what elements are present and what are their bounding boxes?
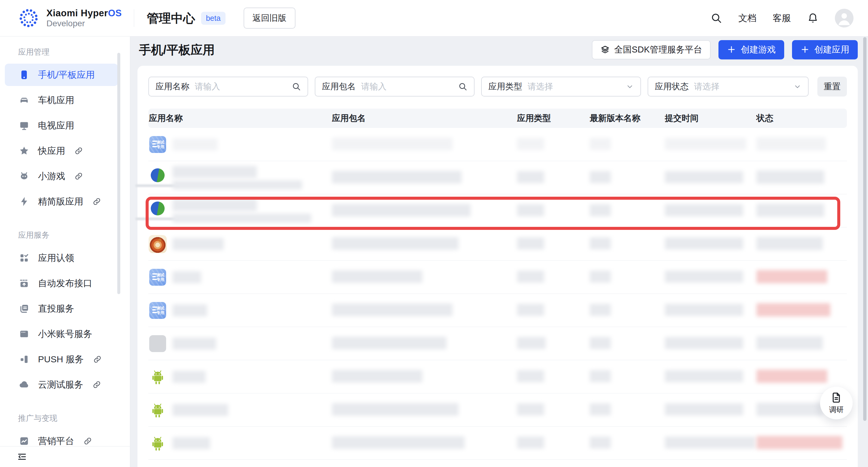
sidebar-item-label: 直投服务	[38, 302, 74, 315]
page-title: 手机/平板应用	[139, 41, 215, 58]
redacted-submit-time	[665, 171, 743, 183]
table-row[interactable]: 测试专用	[148, 294, 847, 327]
table-row[interactable]	[148, 161, 847, 194]
app-name-search-field[interactable]: 应用名称 请输入	[148, 77, 308, 96]
app-icon-food-bowl	[149, 235, 167, 253]
app-type-select[interactable]: 应用类型 请选择	[481, 77, 641, 96]
redacted-status	[756, 204, 824, 217]
sidebar-item-label: 云测试服务	[38, 379, 83, 391]
chevron-down-icon	[626, 83, 634, 90]
external-link-icon	[93, 355, 101, 363]
redacted-version	[590, 204, 611, 216]
external-link-icon	[93, 381, 101, 388]
table-row[interactable]	[148, 427, 847, 460]
notification-bell-icon[interactable]	[807, 12, 818, 24]
sidebar-item-cloud-test-service[interactable]: 云测试服务	[0, 372, 130, 397]
create-app-button[interactable]: 创建应用	[792, 40, 858, 59]
sidebar-item-direct-delivery[interactable]: 直投服务	[0, 296, 130, 321]
reset-button[interactable]: 重置	[817, 77, 847, 96]
redacted-app-name	[173, 166, 257, 178]
redacted-version	[590, 437, 611, 448]
sidebar-item-lite-apps[interactable]: 精简版应用	[0, 189, 130, 214]
brand-name: Xiaomi HyperOS	[46, 8, 122, 19]
external-link-icon	[84, 437, 92, 445]
chevron-down-icon	[794, 83, 801, 90]
app-icon-globe	[151, 202, 165, 215]
console-title: 管理中心	[147, 10, 195, 27]
sidebar-item-mini-games[interactable]: 小游戏	[0, 164, 130, 189]
back-to-old-version-button[interactable]: 返回旧版	[244, 7, 296, 29]
tv-icon	[19, 120, 30, 131]
redacted-status	[756, 403, 823, 416]
sidebar-item-label: 应用认领	[38, 252, 74, 264]
table-row[interactable]: 测试专用	[148, 261, 847, 294]
redacted-version	[590, 370, 611, 382]
sidebar-item-app-claim[interactable]: 应用认领	[0, 245, 130, 271]
survey-fab-button[interactable]: 调研	[820, 387, 852, 419]
table-row[interactable]	[148, 327, 847, 360]
nav-docs[interactable]: 文档	[738, 12, 756, 24]
redacted-app-name	[173, 371, 206, 383]
redacted-submit-time	[665, 204, 743, 216]
user-avatar[interactable]	[835, 9, 854, 27]
collapse-sidebar-icon[interactable]	[17, 451, 27, 462]
layers-icon	[600, 45, 610, 55]
table-row[interactable]	[148, 194, 847, 228]
columns-icon	[19, 354, 30, 365]
redacted-type	[517, 204, 544, 216]
redacted-status	[756, 270, 827, 283]
sidebar-item-push-service[interactable]: PUSH 服务	[0, 347, 130, 372]
table-body: 测试专用	[148, 128, 847, 460]
create-game-button[interactable]: 创建游戏	[718, 40, 784, 59]
sidebar-item-phone-tablet-apps[interactable]: 手机/平板应用	[0, 62, 130, 87]
sidebar-item-label: 电视应用	[38, 119, 74, 132]
sidebar-item-tv-apps[interactable]: 电视应用	[0, 113, 130, 138]
chart-icon	[19, 436, 30, 446]
account-card-icon	[19, 328, 30, 340]
search-icon[interactable]	[292, 82, 301, 91]
app-package-search-field[interactable]: 应用包名 请输入	[315, 77, 474, 96]
brand-logo[interactable]: Xiaomi HyperOS Developer	[17, 6, 122, 30]
field-placeholder: 请输入	[361, 81, 386, 92]
sidebar-item-quick-apps[interactable]: 快应用	[0, 138, 130, 164]
app-status-select[interactable]: 应用状态 请选择	[648, 77, 809, 96]
redacted-package	[332, 337, 446, 349]
table-row[interactable]	[148, 360, 847, 393]
app-icon-android	[149, 368, 166, 385]
table-row[interactable]	[148, 393, 847, 427]
sidebar-item-label: 营销平台	[38, 435, 74, 447]
search-icon[interactable]	[711, 12, 722, 24]
table-row[interactable]	[148, 228, 847, 261]
sidebar-item-auto-publish-api[interactable]: 自动发布接口	[0, 271, 130, 296]
survey-fab-label: 调研	[829, 405, 844, 414]
sidebar-item-car-apps[interactable]: 车机应用	[0, 87, 130, 113]
main-scrollbar[interactable]	[863, 37, 867, 421]
nav-support[interactable]: 客服	[773, 12, 791, 24]
redacted-submit-time	[665, 337, 743, 349]
table-row[interactable]: 测试专用	[148, 128, 847, 161]
brand-sub: Developer	[46, 19, 122, 28]
sidebar-item-label: 精简版应用	[38, 196, 83, 208]
redacted-app-name	[173, 404, 228, 416]
sidebar-item-mi-account-service[interactable]: 小米账号服务	[0, 321, 130, 347]
redacted-package	[332, 436, 465, 449]
redacted-submit-time	[665, 237, 743, 250]
redacted-status	[756, 303, 830, 317]
redacted-version	[590, 304, 611, 316]
redacted-submit-time	[665, 304, 743, 316]
external-link-icon	[75, 172, 83, 180]
app-icon-test-doc: 测试专用	[149, 302, 166, 319]
search-icon[interactable]	[458, 82, 467, 91]
sidebar-scrollbar[interactable]	[117, 53, 120, 294]
redacted-version	[590, 138, 611, 150]
sidebar-item-label: 车机应用	[38, 94, 74, 107]
redacted-type	[517, 171, 544, 183]
redacted-app-name	[173, 338, 216, 350]
redacted-status	[756, 137, 826, 150]
sdk-platform-button[interactable]: 全国SDK管理服务平台	[592, 40, 711, 59]
redacted-app-name	[173, 199, 257, 211]
redacted-package	[332, 403, 459, 416]
table-header: 应用名称 应用包名 应用类型 最新版本名称 提交时间 状态	[148, 109, 847, 128]
column-header-app-type: 应用类型	[517, 113, 590, 124]
redacted-status	[756, 436, 842, 449]
